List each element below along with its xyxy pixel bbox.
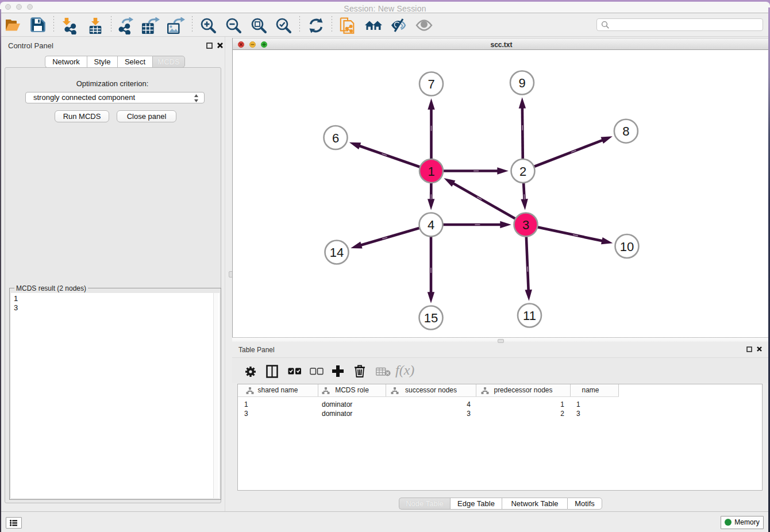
svg-text:2: 2 bbox=[519, 164, 526, 179]
svg-text:3: 3 bbox=[522, 218, 529, 232]
svg-text:4: 4 bbox=[428, 218, 434, 232]
svg-text:1: 1 bbox=[428, 164, 434, 179]
svg-text:6: 6 bbox=[332, 131, 339, 145]
svg-text:8: 8 bbox=[622, 124, 629, 138]
svg-text:9: 9 bbox=[518, 76, 525, 90]
svg-text:14: 14 bbox=[330, 245, 344, 260]
svg-text:10: 10 bbox=[620, 240, 634, 254]
svg-text:7: 7 bbox=[428, 77, 434, 91]
svg-text:11: 11 bbox=[523, 309, 536, 323]
svg-text:15: 15 bbox=[424, 311, 438, 325]
